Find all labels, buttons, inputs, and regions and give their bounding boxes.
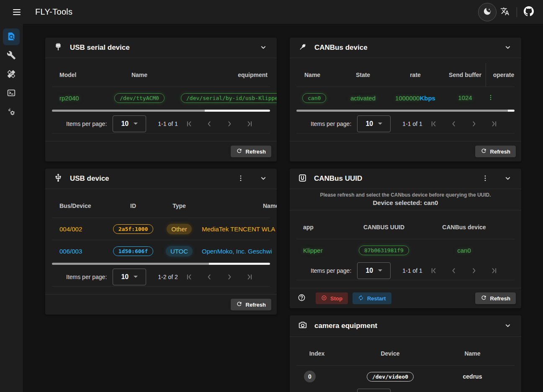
next-page-button[interactable]: [224, 119, 234, 129]
stop-button[interactable]: Stop: [316, 292, 348, 304]
collapse-card-button[interactable]: [499, 318, 516, 334]
refresh-label: Refresh: [246, 302, 266, 308]
prev-page-button[interactable]: [449, 119, 459, 129]
prev-page-button[interactable]: [204, 119, 214, 129]
sidebar-item-settings[interactable]: [3, 104, 20, 120]
pagination-bar: Items per page: 10 1-1 of 1: [296, 261, 515, 280]
items-per-page-select[interactable]: 10: [113, 115, 146, 132]
last-page-button[interactable]: [489, 266, 499, 276]
next-page-button[interactable]: [469, 119, 479, 129]
first-page-button[interactable]: [429, 266, 439, 276]
usb-serial-table: Model Name equipment rp2040 /dev/ttyACM0…: [45, 58, 277, 112]
prev-page-button[interactable]: [204, 272, 214, 282]
next-page-button[interactable]: [469, 266, 479, 276]
card-menu-button[interactable]: [477, 170, 494, 187]
pagination-bar: Items per page: 10 1-2 of 2: [52, 267, 270, 287]
items-per-page-select[interactable]: 10: [113, 269, 146, 285]
column-header-device: CANBus device: [424, 224, 521, 231]
usb-device-card: USB device Bus/Device ID: [45, 169, 277, 315]
card-title: CANBus UUID: [314, 174, 362, 183]
last-page-button[interactable]: [244, 119, 255, 129]
state-value: activated: [340, 95, 386, 102]
stop-circle-icon: [321, 295, 327, 302]
refresh-icon: [236, 301, 242, 308]
per-page-value: 10: [365, 120, 373, 128]
device-name-chip: /dev/ttyACM0: [114, 93, 165, 103]
chevron-down-icon: [259, 174, 268, 184]
restart-button[interactable]: Restart: [353, 292, 391, 304]
first-page-button[interactable]: [429, 119, 439, 129]
items-per-page-label: Items per page:: [66, 274, 107, 280]
collapse-card-button[interactable]: [255, 170, 272, 187]
column-header-uuid: CANBUS UUID: [344, 224, 424, 231]
healing-icon: [7, 69, 16, 80]
collapse-card-button[interactable]: [255, 39, 272, 56]
device-description: MediaTek TENCENT WLA: [196, 225, 277, 233]
device-selected-text: Device selected: can0: [294, 199, 517, 206]
help-button[interactable]: [296, 293, 306, 303]
can-name-chip: can0: [302, 93, 326, 103]
column-header-name: Name: [290, 72, 340, 78]
column-header-send-buffer: Send buffer: [445, 71, 486, 79]
horizontal-scrollbar[interactable]: [52, 110, 270, 112]
uuid-hint: Please refresh and select the CANbus dev…: [290, 189, 521, 210]
per-page-value: 10: [121, 273, 129, 281]
column-header-operate: operate: [486, 63, 521, 87]
first-page-button[interactable]: [184, 272, 194, 282]
items-per-page-select[interactable]: 10: [357, 389, 391, 392]
moon-stars-icon: [483, 7, 492, 17]
type-badge: Other: [167, 224, 192, 234]
rate-unit: Kbps: [419, 95, 435, 102]
horizontal-scrollbar[interactable]: [296, 110, 515, 112]
canbus-device-table: Name State rate Send buffer operate can0…: [290, 58, 521, 112]
find-in-page-icon: [7, 32, 16, 42]
github-icon: [524, 6, 534, 18]
menu-icon[interactable]: [8, 4, 25, 20]
stop-label: Stop: [330, 295, 342, 302]
caret-down-icon: [134, 123, 138, 125]
refresh-button[interactable]: Refresh: [231, 299, 271, 310]
last-page-button[interactable]: [489, 119, 499, 129]
collapse-card-button[interactable]: [499, 39, 516, 56]
card-menu-button[interactable]: [232, 170, 249, 187]
kebab-menu-icon: [487, 94, 494, 102]
chevron-down-icon: [504, 174, 512, 184]
items-per-page-select[interactable]: 10: [357, 262, 391, 279]
terminal-icon: [7, 88, 16, 99]
per-page-value: 10: [121, 120, 129, 128]
items-per-page-select[interactable]: 10: [357, 115, 391, 132]
refresh-button[interactable]: Refresh: [475, 292, 516, 304]
table-row: can0 activated 1000000Kbps 1024: [290, 87, 521, 109]
collapse-card-button[interactable]: [499, 170, 516, 187]
serial-port-icon: [54, 42, 63, 53]
card-title: USB serial device: [70, 44, 130, 52]
usb-device-table: Bus/Device ID Type Name 004/002 2a5f:100…: [45, 189, 277, 265]
horizontal-scrollbar[interactable]: [52, 263, 270, 265]
chevron-down-icon: [504, 43, 512, 53]
canbus-uuid-card: CANBus UUID Please refresh and select th…: [290, 169, 521, 308]
table-row: Klipper 87b0631981f9 can0: [290, 239, 521, 261]
page-range: 1-1 of 1: [402, 120, 422, 127]
sidebar-item-device-query[interactable]: [3, 28, 20, 45]
refresh-button[interactable]: Refresh: [231, 146, 271, 157]
first-page-button[interactable]: [184, 119, 194, 129]
refresh-button[interactable]: Refresh: [475, 146, 516, 157]
uuid-chip: 87b0631981f9: [359, 246, 409, 255]
row-actions-menu[interactable]: [486, 93, 496, 103]
sidebar-item-repair[interactable]: [3, 66, 20, 83]
caret-down-icon: [378, 269, 382, 272]
usb-icon: [54, 173, 63, 184]
column-header-rate: rate: [386, 72, 445, 78]
usb-serial-device-card: USB serial device Model Name equipment: [45, 38, 277, 161]
last-page-button[interactable]: [244, 272, 255, 282]
translate-button[interactable]: [497, 4, 513, 20]
column-header-bus: Bus/Device: [45, 202, 104, 209]
app-bar: FLY-Tools: [0, 0, 543, 24]
kebab-menu-icon: [237, 174, 244, 183]
sidebar-item-tools[interactable]: [3, 47, 20, 64]
dark-mode-toggle[interactable]: [478, 3, 497, 21]
sidebar-item-terminal[interactable]: [3, 85, 20, 102]
prev-page-button[interactable]: [449, 266, 459, 276]
github-button[interactable]: [520, 4, 537, 20]
next-page-button[interactable]: [224, 272, 234, 282]
